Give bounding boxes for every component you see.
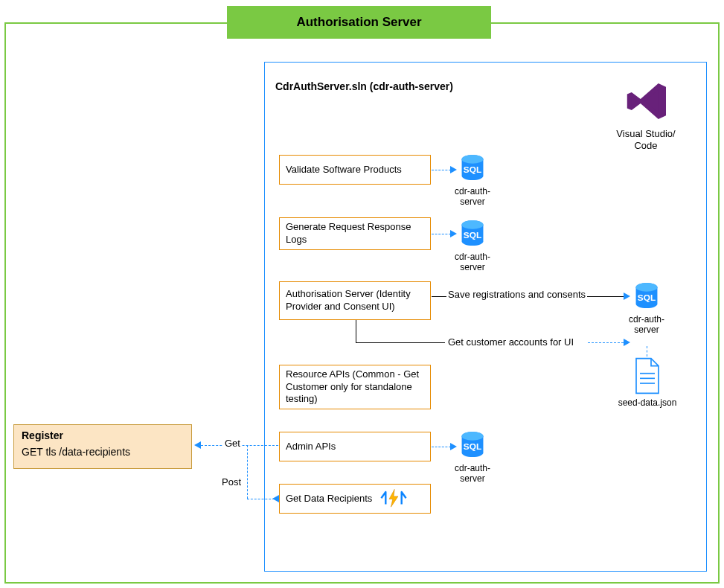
arrow-head-icon	[272, 495, 279, 502]
box-generate-logs: Generate Request Response Logs	[279, 217, 431, 250]
arrow-line	[432, 447, 451, 447]
box-get-data-recipients-label: Get Data Recipients	[286, 493, 372, 505]
sql-db-label: cdr-auth-server	[447, 252, 498, 273]
arrow-line	[247, 445, 248, 499]
visual-studio-icon	[624, 79, 668, 122]
json-file-label: seed-data.json	[618, 397, 677, 408]
arrow-head-icon	[624, 339, 630, 346]
svg-point-12	[636, 283, 658, 292]
arrow-line	[588, 342, 624, 343]
sql-db-icon: SQL	[631, 281, 662, 313]
box-validate-software-products: Validate Software Products	[279, 155, 431, 185]
edge-label-getcust: Get customer accounts for UI	[446, 336, 575, 348]
svg-text:SQL: SQL	[464, 164, 481, 175]
svg-text:SQL: SQL	[638, 293, 656, 303]
svg-point-9	[462, 220, 484, 229]
sql-db-icon: SQL	[457, 430, 488, 461]
arrow-line	[432, 170, 451, 170]
arrow-line	[647, 346, 647, 357]
json-file-icon	[632, 357, 662, 394]
edge-label-post: Post	[220, 476, 243, 488]
svg-text:SQL: SQL	[464, 230, 481, 240]
edge-label-get: Get	[223, 438, 242, 449]
box-get-data-recipients: Get Data Recipients	[279, 484, 431, 514]
box-resource-apis: Resource APIs (Common - Get Customer onl…	[279, 365, 431, 409]
box-admin-apis: Admin APIs	[279, 432, 431, 461]
diagram-title: Authorisation Server	[227, 6, 491, 39]
sql-db-label: cdr-auth-server	[447, 186, 498, 208]
arrow-head-icon	[194, 441, 201, 449]
svg-marker-4	[389, 489, 398, 507]
connector-line	[356, 320, 356, 342]
edge-label-save: Save registrations and consents	[446, 289, 587, 300]
arrow-head-icon	[624, 293, 630, 300]
box-authorisation-server: Authorisation Server (Identity Provider …	[279, 281, 431, 320]
register-endpoint: GET tls /data-recipients	[22, 446, 184, 458]
sql-db-icon: SQL	[457, 219, 488, 250]
arrow-line	[432, 234, 451, 234]
svg-point-15	[462, 432, 484, 441]
register-box: Register GET tls /data-recipients	[13, 424, 192, 469]
svg-text:SQL: SQL	[464, 441, 481, 452]
sql-db-label: cdr-auth-server	[621, 314, 672, 336]
visual-studio-label: Visual Studio/Code	[609, 128, 683, 153]
sql-db-icon: SQL	[457, 153, 488, 185]
arrow-head-icon	[450, 230, 457, 237]
solution-title: CdrAuthServer.sln (cdr-auth-server)	[275, 80, 453, 92]
sql-db-label: cdr-auth-server	[447, 463, 498, 485]
arrow-head-icon	[450, 443, 457, 450]
arrow-head-icon	[450, 166, 457, 173]
svg-point-6	[462, 155, 484, 164]
azure-functions-icon	[379, 488, 408, 510]
connector-line	[356, 342, 445, 343]
register-title: Register	[22, 429, 184, 441]
